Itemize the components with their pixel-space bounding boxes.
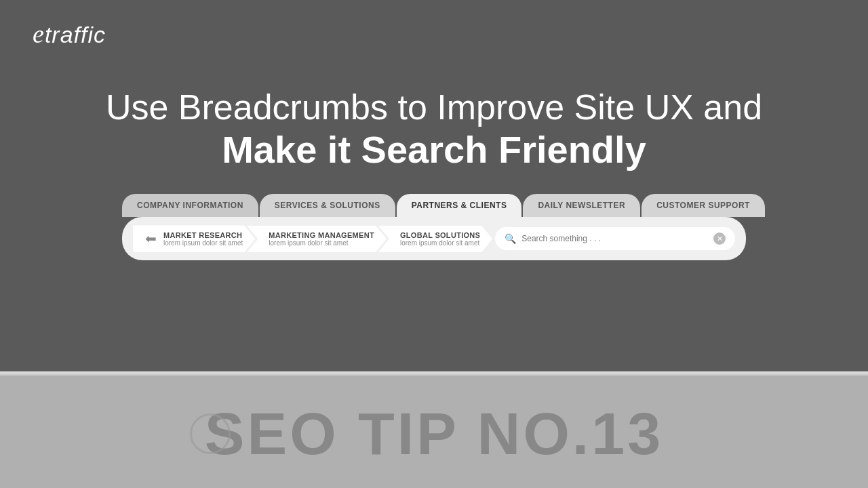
bc-title-3: GLOBAL SOLUTIONS: [400, 231, 480, 239]
nav-area: COMPANY INFORMATION SERVICES & SOLUTIONS…: [122, 194, 746, 260]
top-section: etraffic Use Breadcrumbs to Improve Site…: [0, 0, 868, 371]
breadcrumb-item-marketing-management[interactable]: MARKETING MANAGEMENT lorem ipsum dolor s…: [247, 226, 387, 252]
logo: etraffic: [33, 19, 106, 49]
tab-company-info[interactable]: COMPANY INFORMATION: [122, 194, 258, 217]
bc-text-group-2: MARKETING MANAGEMENT lorem ipsum dolor s…: [269, 231, 374, 247]
breadcrumb-item-market-research[interactable]: ⬅ MARKET RESEARCH lorem ipsum dolor sit …: [133, 225, 255, 252]
breadcrumb-item-global-solutions[interactable]: GLOBAL SOLUTIONS lorem ipsum dolor sit a…: [378, 226, 492, 252]
headline-area: Use Breadcrumbs to Improve Site UX and M…: [106, 88, 762, 172]
bc-sub-3: lorem ipsum dolor sit amet: [400, 239, 480, 247]
search-box: 🔍 ✕: [495, 227, 735, 250]
bc-title-1: MARKET RESEARCH: [163, 231, 243, 239]
bc-text-group-1: MARKET RESEARCH lorem ipsum dolor sit am…: [163, 231, 243, 247]
headline-line1: Use Breadcrumbs to Improve Site UX and: [106, 88, 762, 127]
bc-text-group-3: GLOBAL SOLUTIONS lorem ipsum dolor sit a…: [400, 231, 480, 247]
headline-line2: Make it Search Friendly: [106, 127, 762, 172]
tab-support[interactable]: CUSTOMER SUPPORT: [642, 194, 765, 217]
tabs-row: COMPANY INFORMATION SERVICES & SOLUTIONS…: [122, 194, 746, 217]
seo-tip-text: SEO TIP NO.13: [205, 399, 663, 468]
search-icon: 🔍: [505, 233, 516, 244]
breadcrumb-row: ⬅ MARKET RESEARCH lorem ipsum dolor sit …: [122, 217, 746, 260]
bottom-section: SEO TIP NO.13: [0, 375, 868, 488]
deco-circle: [190, 413, 231, 454]
bc-sub-1: lorem ipsum dolor sit amet: [163, 239, 243, 247]
tab-newsletter[interactable]: DAILY NEWSLETTER: [523, 194, 640, 217]
logo-text: etraffic: [33, 20, 106, 48]
search-clear-button[interactable]: ✕: [713, 232, 726, 245]
tab-partners[interactable]: PARTNERS & CLIENTS: [397, 194, 522, 217]
search-input[interactable]: [521, 234, 708, 243]
back-icon: ⬅: [145, 230, 157, 247]
tab-services[interactable]: SERVICES & SOLUTIONS: [260, 194, 395, 217]
bc-title-2: MARKETING MANAGEMENT: [269, 231, 374, 239]
bc-sub-2: lorem ipsum dolor sit amet: [269, 239, 374, 247]
